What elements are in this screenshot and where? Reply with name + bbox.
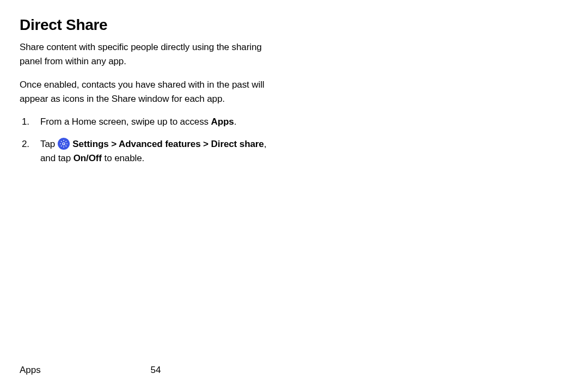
settings-icon <box>58 138 70 150</box>
intro-paragraph-2: Once enabled, contacts you have shared w… <box>20 78 281 107</box>
page-footer: Apps 54 <box>20 365 292 376</box>
step-1: From a Home screen, swipe up to access A… <box>20 115 281 129</box>
step-2-direct-share: Direct share <box>211 139 264 149</box>
page-title: Direct Share <box>20 16 281 34</box>
step-1-apps-label: Apps <box>211 117 234 127</box>
svg-point-0 <box>63 143 65 145</box>
intro-paragraph-1: Share content with specific people direc… <box>20 40 281 69</box>
step-1-text-suffix: . <box>234 117 237 127</box>
steps-list: From a Home screen, swipe up to access A… <box>20 115 281 166</box>
breadcrumb-arrow-2: > <box>201 139 211 149</box>
document-content: Direct Share Share content with specific… <box>20 16 281 166</box>
step-2-end: to enable. <box>102 153 144 163</box>
step-2-advanced-features: Advanced features <box>119 139 200 149</box>
step-2-settings: Settings <box>72 139 108 149</box>
page-number: 54 <box>151 365 161 376</box>
footer-section-label: Apps <box>20 365 41 376</box>
breadcrumb-arrow-1: > <box>109 139 119 149</box>
step-1-text-prefix: From a Home screen, swipe up to access <box>40 117 211 127</box>
step-2: Tap Settings > Advanced features > Direc… <box>20 137 281 166</box>
step-2-onoff: On/Off <box>74 153 102 163</box>
step-2-tap: Tap <box>40 139 58 149</box>
